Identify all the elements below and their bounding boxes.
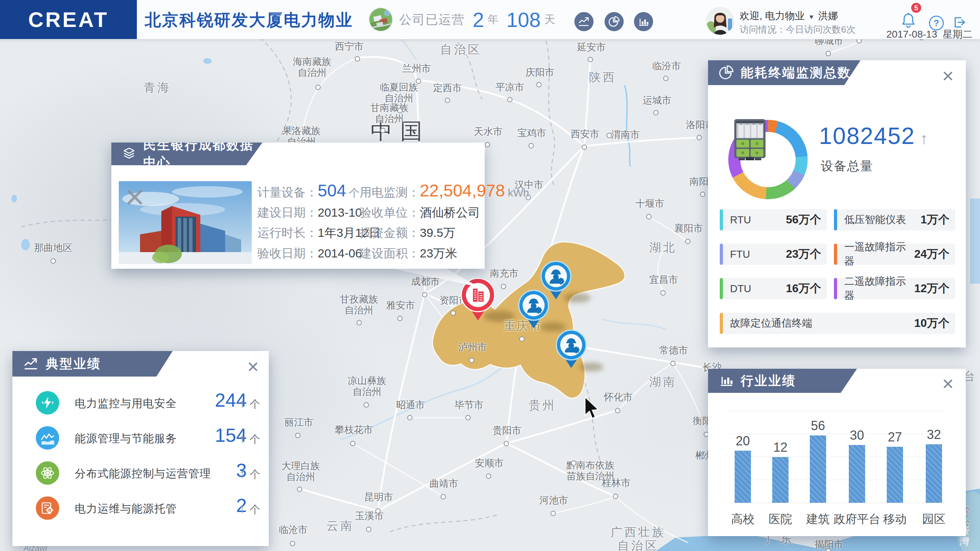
site-marker-pin[interactable] — [457, 277, 498, 323]
dashboard-root: 青海中国自治区那曲地区西宁市海南藏族 自治州兰州市临夏回族 自治州甘南藏族 自治… — [0, 0, 980, 551]
map-city-dot — [826, 51, 831, 56]
user-menu[interactable]: 欢迎, 电力物业▼洪娜 — [740, 9, 838, 23]
map-label: 天水市 — [474, 126, 503, 137]
up-arrow-icon: ↑ — [920, 130, 929, 147]
chart-bar — [772, 457, 789, 503]
notification-bell-button[interactable] — [900, 11, 916, 30]
perf-panel-title: 典型业绩 — [46, 355, 101, 373]
map-label: 河池市 — [539, 495, 568, 506]
map-city-dot — [508, 97, 513, 102]
map-city-dot — [588, 57, 593, 62]
logo-text: CREAT — [28, 8, 108, 32]
legend-value: 23万个 — [786, 247, 821, 262]
performance-item: 分布式能源控制与运营管理3↑ 个 — [13, 461, 269, 495]
ops-icon — [36, 497, 59, 520]
worker-marker-pin[interactable] — [553, 329, 590, 371]
energy-panel-title: 能耗终端监测总数 — [741, 64, 851, 81]
legend-label: DTU — [730, 283, 751, 295]
legend-item: RTU56万个 — [720, 209, 827, 231]
legend-color-bar — [720, 278, 723, 299]
map-city-dot — [486, 474, 492, 479]
map-label: 襄阳市 — [675, 223, 703, 234]
user-avatar[interactable] — [706, 8, 733, 35]
legend-value: 1万个 — [920, 212, 950, 228]
wave-icon — [36, 426, 59, 450]
worker-marker-pin[interactable] — [515, 289, 552, 331]
up-arrow-icon: ↑ 个 — [239, 431, 260, 447]
map-city-dot — [469, 358, 474, 363]
map-label: 西安市 — [571, 129, 600, 140]
map-city-dot — [504, 441, 509, 446]
map-city-dot — [550, 511, 556, 516]
map-city-dot — [607, 133, 612, 138]
bar-chart-nav-button[interactable] — [634, 12, 653, 31]
chart-bar-value: 56 — [811, 419, 825, 433]
pie-chart-nav-button[interactable] — [605, 12, 624, 31]
performance-item: 能源管理与节能服务154↑ 个 — [13, 426, 269, 460]
map-city-dot — [366, 527, 372, 532]
map-label: 昭通市 — [396, 400, 425, 411]
runtime-years-unit: 年 — [487, 12, 498, 27]
map-label: 宜昌市 — [649, 274, 678, 285]
map-label: 昆明市 — [364, 492, 393, 503]
map-label: 陕西 — [589, 70, 617, 84]
chart-bar-value: 30 — [850, 428, 864, 443]
map-city-dot — [571, 460, 576, 466]
chart-gridline — [729, 503, 946, 503]
chart-gridline — [729, 411, 946, 411]
industry-panel-title: 行业业绩 — [741, 372, 796, 390]
legend-color-bar — [834, 278, 837, 299]
close-icon[interactable]: × — [942, 66, 954, 86]
map-label: 临夏回族 自治州 — [380, 82, 418, 104]
company-photo — [369, 8, 392, 31]
battery-cabinet-icon — [732, 118, 768, 162]
chart-category-label: 政府平台 — [834, 511, 880, 527]
performance-item: 电力监控与用电安全244↑ 个 — [13, 391, 269, 425]
map-label: 十堰市 — [636, 198, 665, 209]
map-label: 那曲地区 — [34, 242, 72, 253]
legend-item: DTU16万个 — [720, 278, 827, 299]
legend-item: 一遥故障指示器24万个 — [834, 244, 955, 265]
legend-item: 低压智能仪表1万个 — [834, 209, 955, 231]
up-arrow-icon: ↑ 个 — [239, 396, 260, 412]
performance-label: 分布式能源控制与运营管理 — [75, 466, 211, 481]
mouse-cursor — [584, 397, 601, 420]
map-city-dot — [536, 82, 542, 88]
chart-category-label: 医院 — [769, 511, 792, 527]
map-city-dot — [350, 441, 356, 446]
map-label: 毕节市 — [455, 400, 484, 411]
map-label: 庆阳市 — [526, 67, 555, 78]
date-display: 2017-08-13 星期二 — [886, 28, 967, 41]
map-city-dot — [297, 487, 302, 492]
trend-line-icon — [22, 355, 39, 372]
map-label: 临汾市 — [652, 61, 681, 72]
site-photo — [119, 181, 252, 264]
chart-category-label: 建筑 — [806, 511, 830, 527]
runtime-years: 2 — [473, 8, 484, 32]
popup-field: 计量设备：504个 — [258, 181, 360, 201]
chevron-down-icon: ▼ — [808, 13, 815, 21]
map-label: 贵阳市 — [493, 425, 522, 436]
device-total-count: 1082452↑ — [819, 122, 929, 149]
map-label: 安顺市 — [475, 458, 504, 469]
close-icon[interactable]: × — [247, 357, 259, 377]
energy-terminal-panel: 能耗终端监测总数 × 1082452↑ 设备总量 RTU56万个 — [708, 60, 966, 347]
layers-icon — [121, 146, 137, 162]
map-label: 湖北 — [649, 241, 677, 254]
popup-field: 验收单位：酒仙桥公司 — [360, 205, 480, 221]
line-chart-nav-button[interactable] — [574, 12, 593, 31]
legend-label: FTU — [730, 248, 750, 260]
legend-value: 12万个 — [914, 281, 950, 296]
lightning-icon — [36, 391, 59, 414]
map-label: 甘孜藏族 自治州 — [340, 294, 378, 316]
map-city-dot — [615, 408, 620, 413]
popup-field: 用电监测：22,504,978kWh — [360, 181, 529, 201]
legend-item: 故障定位通信终端10万个 — [720, 313, 955, 334]
map-city-dot — [416, 79, 421, 84]
popup-field: 验收日期：2014-06 — [258, 245, 362, 262]
chart-gridline — [729, 434, 946, 434]
chart-category-label: 移动 — [883, 511, 907, 527]
close-icon[interactable]: × — [942, 374, 954, 393]
chart-gridline — [729, 480, 946, 480]
map-label: 曲靖市 — [430, 478, 458, 489]
